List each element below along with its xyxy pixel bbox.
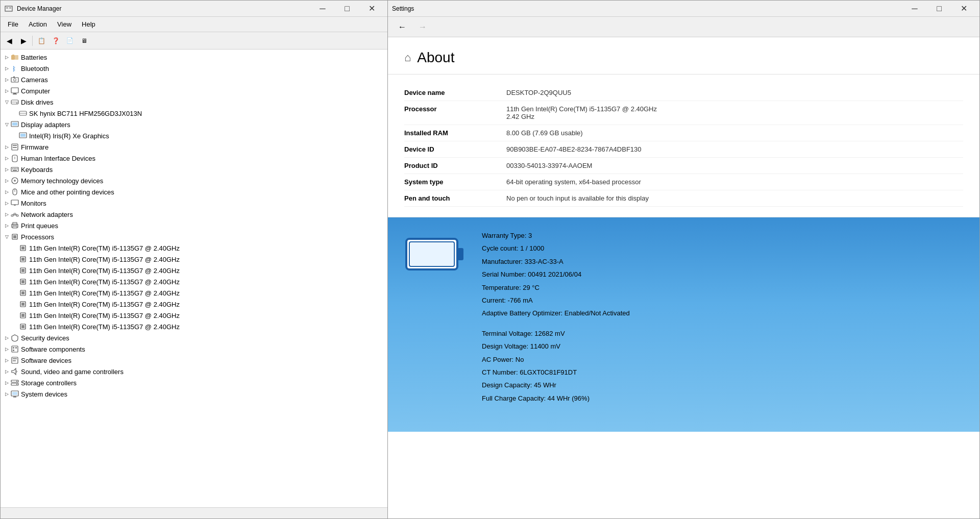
tree-item-security[interactable]: ▷ Security devices [1, 332, 387, 343]
expand-cameras[interactable]: ▷ [3, 76, 11, 84]
expand-processors[interactable]: ▽ [3, 233, 11, 241]
tree-item-monitors[interactable]: ▷ Monitors [1, 197, 387, 209]
expand-mice[interactable]: ▷ [3, 188, 11, 196]
tree-item-proc-8[interactable]: ▷ 11th Gen Intel(R) Core(TM) i5-1135G7 @… [1, 321, 387, 332]
hid-label: Human Interface Devices [21, 155, 95, 162]
svg-rect-67 [13, 347, 14, 349]
settings-forward-button[interactable]: → [414, 19, 431, 35]
product-id-value: 00330-54013-33974-AAOEM [506, 162, 963, 169]
display-adapters-label: Display adapters [21, 121, 70, 129]
tree-item-display-sub1[interactable]: ▷ Intel(R) Iris(R) Xe Graphics [1, 130, 387, 141]
tree-item-bluetooth[interactable]: ▷ ᛒ Bluetooth [1, 63, 387, 74]
svg-rect-19 [12, 122, 17, 126]
svg-rect-30 [15, 168, 16, 169]
tree-item-keyboards[interactable]: ▷ Keyboards [1, 164, 387, 175]
menu-file[interactable]: File [3, 18, 23, 30]
expand-software-components[interactable]: ▷ [3, 345, 11, 353]
tree-item-network[interactable]: ▷ Network adapters [1, 209, 387, 220]
tree-item-mice[interactable]: ▷ Mice and other pointing devices [1, 186, 387, 197]
tree-item-proc-6[interactable]: ▷ 11th Gen Intel(R) Core(TM) i5-1135G7 @… [1, 299, 387, 310]
help-button[interactable]: ❓ [49, 34, 62, 47]
monitors-label: Monitors [21, 200, 46, 207]
tree-item-batteries[interactable]: ▷ Batteries [1, 52, 387, 63]
maximize-button[interactable]: □ [335, 1, 359, 16]
expand-sound[interactable]: ▷ [3, 367, 11, 376]
tree-item-software-components[interactable]: ▷ Software components [1, 343, 387, 355]
tree-item-disk-sub1[interactable]: ▷ SK hynix BC711 HFM256GD3JX013N [1, 108, 387, 119]
tree-item-sound[interactable]: ▷ Sound, video and game controllers [1, 366, 387, 377]
expand-print[interactable]: ▷ [3, 221, 11, 230]
icon-bluetooth: ᛒ [11, 64, 19, 72]
expand-monitors[interactable]: ▷ [3, 199, 11, 207]
settings-back-button[interactable]: ← [394, 19, 410, 35]
tree-item-proc-5[interactable]: ▷ 11th Gen Intel(R) Core(TM) i5-1135G7 @… [1, 287, 387, 299]
icon-proc-6 [19, 300, 27, 308]
forward-button[interactable]: ▶ [17, 34, 30, 47]
expand-batteries[interactable]: ▷ [3, 53, 11, 61]
expand-network[interactable]: ▷ [3, 210, 11, 218]
tree-item-disk-drives[interactable]: ▽ Disk drives [1, 96, 387, 108]
tree-item-cameras[interactable]: ▷ Cameras [1, 74, 387, 85]
menu-help[interactable]: Help [77, 18, 101, 30]
svg-rect-68 [15, 347, 17, 349]
svg-rect-63 [21, 314, 24, 317]
tree-item-proc-1[interactable]: ▷ 11th Gen Intel(R) Core(TM) i5-1135G7 @… [1, 242, 387, 254]
properties-button[interactable]: 📋 [35, 34, 48, 47]
tree-item-storage[interactable]: ▷ Storage controllers [1, 377, 387, 388]
tree-item-proc-4[interactable]: ▷ 11th Gen Intel(R) Core(TM) i5-1135G7 @… [1, 276, 387, 287]
tree-item-system[interactable]: ▷ System devices [1, 388, 387, 400]
expand-bluetooth[interactable]: ▷ [3, 64, 11, 72]
expand-display-adapters[interactable]: ▽ [3, 120, 11, 129]
expand-storage[interactable]: ▷ [3, 379, 11, 387]
home-icon: ⌂ [404, 51, 411, 64]
expand-system[interactable]: ▷ [3, 390, 11, 398]
svg-rect-49 [13, 235, 16, 238]
tree-item-print[interactable]: ▷ Print queues [1, 220, 387, 231]
system-type-row: System type 64-bit operating system, x64… [404, 174, 963, 190]
tree-content[interactable]: ▷ Batteries ▷ ᛒ Bluetooth ▷ Ca [1, 50, 387, 507]
expand-computer[interactable]: ▷ [3, 87, 11, 95]
close-button[interactable]: ✕ [360, 1, 383, 16]
tree-item-firmware[interactable]: ▷ Firmware [1, 141, 387, 153]
tree-item-processors[interactable]: ▽ Processors [1, 231, 387, 242]
icon-processors [11, 233, 19, 241]
minimize-button[interactable]: ─ [311, 1, 334, 16]
expand-firmware[interactable]: ▷ [3, 143, 11, 151]
tree-item-proc-2[interactable]: ▷ 11th Gen Intel(R) Core(TM) i5-1135G7 @… [1, 254, 387, 265]
svg-rect-57 [21, 280, 24, 283]
expand-security[interactable]: ▷ [3, 334, 11, 342]
tree-item-display-adapters[interactable]: ▽ Display adapters [1, 119, 387, 130]
tree-item-memory-tech[interactable]: ▷ Memory technology devices [1, 175, 387, 186]
details-button[interactable]: 📄 [63, 34, 77, 47]
icon-cameras [11, 76, 19, 84]
design-voltage: Design Voltage: 11400 mV [482, 340, 963, 352]
expand-memory-tech[interactable]: ▷ [3, 177, 11, 185]
back-button[interactable]: ◀ [3, 34, 16, 47]
cycle-count: Cycle count: 1 / 1000 [482, 242, 963, 254]
computer-button[interactable]: 🖥 [78, 34, 91, 47]
tree-item-software-devices[interactable]: ▷ Software devices [1, 355, 387, 366]
settings-close-button[interactable]: ✕ [952, 1, 975, 16]
device-manager-window: Device Manager ─ □ ✕ File Action View He… [0, 0, 388, 519]
info-section: Device name DESKTOP-2Q9QUU5 Processor 11… [388, 75, 979, 217]
tree-item-proc-7[interactable]: ▷ 11th Gen Intel(R) Core(TM) i5-1135G7 @… [1, 310, 387, 321]
icon-firmware [11, 143, 19, 151]
svg-rect-7 [11, 78, 18, 82]
toolbar-separator-1 [32, 36, 33, 46]
expand-software-devices[interactable]: ▷ [3, 356, 11, 364]
svg-rect-66 [12, 346, 18, 352]
menu-action[interactable]: Action [23, 18, 52, 30]
tree-item-hid[interactable]: ▷ Human Interface Devices [1, 153, 387, 164]
tree-item-proc-3[interactable]: ▷ 11th Gen Intel(R) Core(TM) i5-1135G7 @… [1, 265, 387, 276]
menu-view[interactable]: View [52, 18, 77, 30]
svg-rect-21 [20, 134, 26, 137]
expand-hid[interactable]: ▷ [3, 154, 11, 162]
settings-maximize-button[interactable]: □ [927, 1, 951, 16]
manufacturer: Manufacturer: 333-AC-33-A [482, 256, 963, 267]
expand-keyboards[interactable]: ▷ [3, 165, 11, 174]
tree-item-computer[interactable]: ▷ Computer [1, 85, 387, 96]
icon-mice [11, 188, 19, 196]
expand-disk-drives[interactable]: ▽ [3, 98, 11, 106]
settings-minimize-button[interactable]: ─ [903, 1, 926, 16]
ct-number: CT Number: 6LGXT0C81F91DT [482, 366, 963, 378]
